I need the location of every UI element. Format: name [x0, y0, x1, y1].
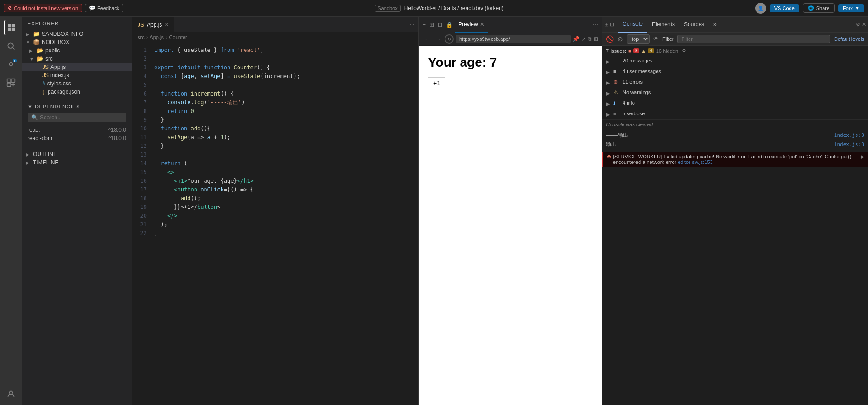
git-notification: 1 — [13, 59, 17, 62]
divider2 — [22, 148, 132, 148]
timeline-item[interactable]: ▶ TIMELINE — [22, 158, 132, 167]
nodebox-item[interactable]: ▼ 📦 NODEBOX — [22, 38, 132, 46]
feedback-icon: 💬 — [89, 5, 95, 11]
back-nav-icon[interactable]: ← — [423, 36, 432, 42]
svg-point-8 — [9, 391, 12, 394]
preview-increment-button[interactable]: +1 — [428, 77, 445, 89]
fork-button[interactable]: Fork ▼ — [838, 4, 864, 12]
preview-tab[interactable]: Preview ✕ — [455, 17, 488, 33]
user-label: 4 user messages — [623, 68, 864, 74]
sw-error-text: [SERVICE-WORKER] Failed updating cache! … — [613, 154, 859, 165]
search-input[interactable] — [40, 114, 122, 121]
expand-icon[interactable]: ▶ — [606, 90, 611, 96]
error-icon: ⊘ — [8, 5, 12, 11]
dependencies-header[interactable]: ▼ DEPENDENCIES — [28, 104, 126, 109]
vs-code-button[interactable]: VS Code — [770, 4, 799, 12]
stylescss-file[interactable]: # styles.css — [22, 79, 132, 88]
copy-icon[interactable]: ⧉ — [588, 36, 592, 42]
url-input[interactable] — [456, 35, 571, 43]
devtools-right-icons: ⚙ ✕ — [856, 22, 866, 28]
lock-icon[interactable]: 🔒 — [446, 22, 453, 28]
activity-search[interactable] — [4, 39, 18, 53]
devtools-toolbar: 🚫 ⊘ top 👁 Filter Default levels — [602, 33, 868, 46]
share-button[interactable]: 🌐 Share — [803, 3, 835, 13]
error-badge[interactable]: ⊘ Could not install new version — [4, 4, 82, 12]
settings-icon[interactable]: ⚙ — [856, 22, 860, 28]
appjs-tab[interactable]: JS App.js ✕ — [132, 17, 174, 33]
tab-more-button[interactable]: ⋯ — [406, 21, 418, 28]
devtools-tab-sources[interactable]: Sources — [679, 17, 709, 33]
dep-react-dom: react-dom ^18.0.0 — [28, 134, 126, 142]
pin-icon[interactable]: 📌 — [573, 36, 579, 42]
devtools-tab-elements[interactable]: Elements — [647, 17, 679, 33]
outline-item[interactable]: ▶ OUTLINE — [22, 150, 132, 158]
console-output: ▶ ≡ 20 messages ▶ ≡ 4 user messages ▶ ⊗ … — [602, 56, 868, 405]
packagejson-file[interactable]: {} package.json — [22, 88, 132, 96]
refresh-icon[interactable]: ↻ — [445, 34, 454, 44]
expand-icon[interactable]: ▶ — [606, 112, 611, 118]
maximize-icon[interactable]: ⊡ — [438, 22, 442, 28]
filter-icon[interactable]: ⊘ — [618, 35, 623, 43]
public-folder[interactable]: ▶ 📂 public — [22, 46, 132, 55]
split-icon[interactable]: ⊞ — [429, 22, 434, 28]
activity-extensions[interactable] — [4, 75, 18, 90]
expand-icon[interactable]: ▶ — [606, 69, 611, 75]
console-row-errors[interactable]: ▶ ⊗ 11 errors — [602, 77, 868, 88]
devtools-tab-console[interactable]: Console — [618, 17, 647, 33]
chevron-down-icon: ▼ — [28, 104, 33, 109]
devtools-icon2[interactable]: ⊡ — [610, 21, 614, 28]
top-selector[interactable]: top — [627, 34, 650, 44]
sandbox-info-item[interactable]: ▶ 📁 SANDBOX INFO — [22, 30, 132, 38]
expand-icon[interactable]: ▶ — [606, 101, 611, 107]
preview-tab-close[interactable]: ✕ — [480, 21, 484, 28]
svg-point-2 — [9, 63, 12, 66]
activity-explorer[interactable] — [4, 20, 18, 35]
chevron-right-icon: ▶ — [29, 48, 37, 53]
console-row-info[interactable]: ▶ ℹ 4 info — [602, 98, 868, 109]
more-icon[interactable]: ⋯ — [593, 22, 598, 28]
log-file-1[interactable]: index.js:8 — [834, 132, 864, 138]
filter-input[interactable] — [677, 35, 830, 43]
default-levels-label[interactable]: Default levels — [834, 36, 864, 42]
devtools-tab-more[interactable]: » — [709, 17, 721, 33]
expand-icon[interactable]: ▶ — [606, 80, 611, 86]
search-box[interactable]: 🔍 — [28, 113, 126, 122]
activity-git[interactable]: 1 — [4, 57, 18, 72]
expand-icon[interactable]: ▶ — [606, 59, 611, 65]
activity-accounts[interactable] — [4, 387, 18, 401]
close-devtools-icon[interactable]: ✕ — [862, 22, 866, 28]
console-row-user[interactable]: ▶ ≡ 4 user messages — [602, 67, 868, 77]
console-row-messages[interactable]: ▶ ≡ 20 messages — [602, 56, 868, 67]
plus-icon[interactable]: + — [423, 22, 426, 28]
new-file-icon[interactable]: ⋯ — [121, 20, 126, 26]
tab-close-icon[interactable]: ✕ — [165, 22, 168, 27]
js-file-icon: JS — [138, 22, 144, 28]
appjs-file[interactable]: JS App.js — [22, 63, 132, 71]
explorer-header-icons: ⋯ — [121, 20, 126, 26]
forward-nav-icon[interactable]: → — [434, 36, 443, 42]
devtools-icon1[interactable]: ⊞ — [604, 21, 609, 28]
search-icon: 🔍 — [31, 114, 38, 121]
console-row-verbose[interactable]: ▶ ≡ 5 verbose — [602, 109, 868, 119]
indexjs-file[interactable]: JS index.js — [22, 71, 132, 79]
code-editor[interactable]: 12345 678910 1112131415 1617181920 2122 … — [132, 42, 418, 405]
svg-rect-5 — [7, 79, 11, 83]
devtools-tabs: ⊞ ⊡ Console Elements Sources » ⚙ ✕ — [602, 17, 868, 33]
devtools-panel-icons: ⊞ ⊡ — [604, 21, 614, 28]
sw-expand-icon[interactable]: ▶ — [861, 154, 864, 160]
external-link-icon[interactable]: ↗ — [581, 36, 586, 42]
console-row-warnings[interactable]: ▶ ⚠ No warnings — [602, 88, 868, 98]
log-file-2[interactable]: index.js:8 — [834, 141, 864, 147]
src-folder[interactable]: ▼ 📂 src — [22, 55, 132, 63]
sw-error-row: ⊗ [SERVICE-WORKER] Failed updating cache… — [607, 154, 864, 165]
sw-file-link[interactable]: editor-sw.js:153 — [678, 159, 712, 165]
feedback-button[interactable]: 💬 Feedback — [85, 4, 123, 12]
eye-icon[interactable]: 👁 — [653, 36, 659, 42]
code-body[interactable]: import { useState } from 'react'; export… — [150, 42, 418, 405]
chevron-right-icon: ▶ — [26, 152, 33, 157]
new-window-icon[interactable]: ⊞ — [594, 36, 598, 42]
settings-small-icon[interactable]: ⚙ — [682, 48, 686, 54]
svg-rect-7 — [7, 83, 11, 87]
clear-icon[interactable]: 🚫 — [606, 35, 614, 43]
chevron-down-icon: ▼ — [29, 56, 37, 62]
